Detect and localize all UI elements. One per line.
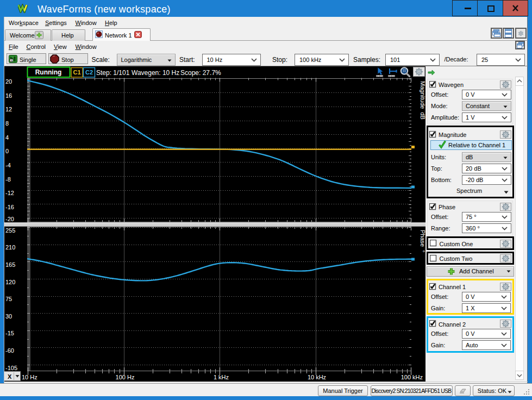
svg-text:X: X [8, 373, 12, 380]
svg-text:100 Hz: 100 Hz [116, 374, 135, 380]
svg-text:C2: C2 [85, 69, 93, 76]
svg-text:10 kHz: 10 kHz [308, 374, 326, 380]
svg-text:Running: Running [35, 68, 62, 76]
svg-text:30: 30 [5, 313, 12, 320]
svg-text:1 kHz: 1 kHz [214, 374, 229, 380]
svg-text:1: 1 [10, 58, 12, 62]
svg-text:-15: -15 [5, 330, 14, 336]
svg-text:Phase °: Phase ° [420, 230, 425, 253]
svg-text:-8: -8 [5, 176, 11, 183]
svg-text:10 Hz: 10 Hz [22, 374, 37, 380]
svg-text:165: 165 [5, 261, 15, 268]
svg-text:-4: -4 [5, 162, 11, 168]
svg-text:-12: -12 [5, 190, 14, 196]
svg-text:16: 16 [5, 92, 12, 99]
svg-text:0: 0 [5, 148, 9, 154]
svg-text:Wavegen: 10 Hz: Wavegen: 10 Hz [132, 69, 179, 77]
svg-text:Scope: 27.7%: Scope: 27.7% [180, 69, 221, 77]
svg-text:75: 75 [5, 296, 12, 302]
svg-text:20: 20 [5, 78, 12, 85]
svg-text:-16: -16 [5, 204, 14, 210]
svg-text:-105: -105 [5, 365, 17, 371]
svg-text:8: 8 [5, 120, 9, 127]
svg-text:120: 120 [5, 279, 15, 285]
svg-text:Magnitude dB: Magnitude dB [420, 81, 425, 120]
svg-text:-20: -20 [5, 216, 14, 222]
svg-text:4: 4 [5, 134, 9, 141]
svg-text:255: 255 [5, 227, 15, 234]
svg-text:12: 12 [5, 106, 12, 112]
svg-text:Step: 1/101: Step: 1/101 [96, 69, 130, 77]
svg-text:210: 210 [5, 244, 15, 251]
svg-text:C1: C1 [73, 69, 80, 76]
svg-text:-60: -60 [5, 347, 14, 354]
svg-text:100 kHz: 100 kHz [401, 374, 423, 380]
